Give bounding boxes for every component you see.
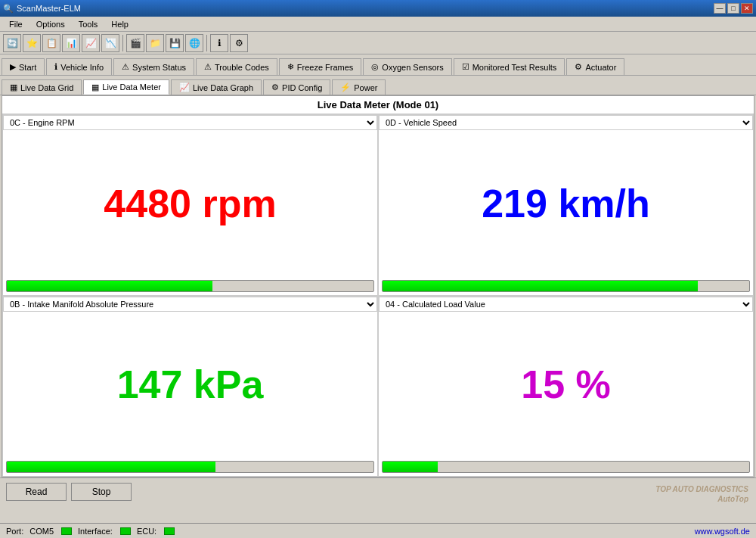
meters-grid: 0C - Engine RPM 4480 rpm 0D - Vehicle Sp… xyxy=(2,114,754,477)
port-value: COM5 xyxy=(29,527,54,536)
toolbar-btn-8[interactable]: 📁 xyxy=(146,34,164,52)
menu-bar: File Options Tools Help xyxy=(0,17,756,32)
tab-live-data-meter[interactable]: ▦ Live Data Meter xyxy=(83,79,169,95)
tab-bar-2: ▦ Live Data Grid ▦ Live Data Meter 📈 Liv… xyxy=(0,76,756,95)
toolbar-btn-4[interactable]: 📊 xyxy=(62,34,80,52)
port-label: Port: xyxy=(6,527,23,536)
meter-bar-area-load xyxy=(379,458,753,476)
tab-live-data-grid[interactable]: ▦ Live Data Grid xyxy=(2,79,82,95)
vehicle-info-icon: ℹ xyxy=(54,62,57,72)
toolbar-btn-6[interactable]: 📉 xyxy=(101,34,119,52)
meter-bar-area-pressure xyxy=(3,458,377,476)
tab-actuator[interactable]: ⚙ Actuator xyxy=(566,58,624,75)
toolbar-sep-1 xyxy=(122,35,123,51)
maximize-button[interactable]: □ xyxy=(727,3,739,14)
freeze-frames-icon: ❄ xyxy=(287,62,294,72)
graph-icon: 📈 xyxy=(179,82,190,92)
meter-bar-area-rpm xyxy=(3,277,377,295)
meter-value-pressure: 147 kPa xyxy=(117,362,264,407)
meter-value-area-load: 15 % xyxy=(379,312,753,459)
read-button[interactable]: Read xyxy=(6,483,67,501)
meter-bar-fill-rpm xyxy=(7,281,212,291)
actuator-icon: ⚙ xyxy=(575,62,582,72)
monitored-test-icon: ☑ xyxy=(462,62,469,72)
tab-live-data-graph[interactable]: 📈 Live Data Graph xyxy=(171,79,262,95)
tab-pid-config[interactable]: ⚙ PID Config xyxy=(263,79,330,95)
title-bar-left: 🔍 ScanMaster-ELM xyxy=(3,4,81,14)
app-icon: 🔍 xyxy=(3,4,14,14)
meter-value-load: 15 % xyxy=(521,362,611,407)
pid-config-icon: ⚙ xyxy=(271,82,279,92)
menu-help[interactable]: Help xyxy=(105,18,135,30)
status-bar: Port: COM5 Interface: ECU: www.wgsoft.de xyxy=(0,523,756,538)
tab-vehicle-info[interactable]: ℹ Vehicle Info xyxy=(46,58,112,75)
meter-value-area-pressure: 147 kPa xyxy=(3,312,377,459)
meter-icon: ▦ xyxy=(91,82,99,92)
grid-icon: ▦ xyxy=(10,82,17,92)
main-content: Live Data Meter (Mode 01) 0C - Engine RP… xyxy=(2,95,754,477)
tab-freeze-frames[interactable]: ❄ Freeze Frames xyxy=(279,58,362,75)
menu-options[interactable]: Options xyxy=(30,18,71,30)
tab-power[interactable]: ⚡ Power xyxy=(332,79,386,95)
title-bar-controls: — □ ✕ xyxy=(714,3,753,14)
ecu-indicator xyxy=(164,527,175,535)
stop-button[interactable]: Stop xyxy=(71,483,132,501)
menu-tools[interactable]: Tools xyxy=(73,18,104,30)
section-title: Live Data Meter (Mode 01) xyxy=(2,96,754,114)
watermark-line2: AutoTop xyxy=(655,494,748,504)
tab-start[interactable]: ▶ Start xyxy=(2,58,45,75)
ecu-label: ECU: xyxy=(137,527,156,536)
meter-bar-area-speed xyxy=(379,277,753,295)
toolbar-btn-5[interactable]: 📈 xyxy=(82,34,100,52)
website-link[interactable]: www.wgsoft.de xyxy=(695,527,750,536)
tab-trouble-codes[interactable]: ⚠ Trouble Codes xyxy=(196,58,277,75)
toolbar-btn-10[interactable]: 🌐 xyxy=(185,34,203,52)
meter-dropdown-pressure[interactable]: 0B - Intake Manifold Absolute Pressure xyxy=(3,297,377,312)
meter-cell-pressure: 0B - Intake Manifold Absolute Pressure 1… xyxy=(2,296,378,477)
meter-cell-rpm: 0C - Engine RPM 4480 rpm xyxy=(2,114,378,296)
title-bar: 🔍 ScanMaster-ELM — □ ✕ xyxy=(0,0,756,17)
oxygen-sensors-icon: ◎ xyxy=(371,62,379,72)
tab-bar-1: ▶ Start ℹ Vehicle Info ⚠ System Status ⚠… xyxy=(0,54,756,76)
toolbar-btn-12[interactable]: ⚙ xyxy=(230,34,248,52)
interface-label: Interface: xyxy=(78,527,113,536)
meter-value-rpm: 4480 rpm xyxy=(104,181,276,226)
interface-indicator xyxy=(120,527,131,535)
app-title: ScanMaster-ELM xyxy=(17,4,81,13)
toolbar-btn-3[interactable]: 📋 xyxy=(42,34,60,52)
meter-cell-load: 04 - Calculated Load Value 15 % xyxy=(378,296,754,477)
toolbar-btn-7[interactable]: 🎬 xyxy=(126,34,144,52)
meter-value-speed: 219 km/h xyxy=(482,181,650,226)
system-status-icon: ⚠ xyxy=(122,62,129,72)
toolbar-btn-1[interactable]: 🔄 xyxy=(3,34,21,52)
meter-dropdown-load[interactable]: 04 - Calculated Load Value xyxy=(379,297,753,312)
tab-oxygen-sensors[interactable]: ◎ Oxygen Sensors xyxy=(363,58,451,75)
tab-system-status[interactable]: ⚠ System Status xyxy=(113,58,194,75)
minimize-button[interactable]: — xyxy=(714,3,726,14)
meter-bar-bg-speed xyxy=(382,280,750,292)
toolbar-sep-2 xyxy=(206,35,207,51)
power-icon: ⚡ xyxy=(340,82,351,92)
watermark-line1: TOP AUTO DIAGNOSTICS xyxy=(655,484,748,494)
meter-value-area-speed: 219 km/h xyxy=(379,130,753,277)
meter-bar-bg-pressure xyxy=(6,461,374,473)
meter-bar-bg-rpm xyxy=(6,280,374,292)
tab-monitored-test[interactable]: ☑ Monitored Test Results xyxy=(454,58,565,75)
meter-cell-speed: 0D - Vehicle Speed 219 km/h xyxy=(378,114,754,296)
meter-dropdown-rpm[interactable]: 0C - Engine RPM xyxy=(3,115,377,130)
menu-file[interactable]: File xyxy=(3,18,29,30)
toolbar-btn-11[interactable]: ℹ xyxy=(210,34,228,52)
port-indicator xyxy=(61,527,72,535)
meter-bar-fill-pressure xyxy=(7,462,215,472)
buttons-area: Read Stop TOP AUTO DIAGNOSTICS AutoTop xyxy=(0,477,756,505)
toolbar-btn-9[interactable]: 💾 xyxy=(166,34,184,52)
meter-bar-fill-speed xyxy=(383,281,698,291)
close-button[interactable]: ✕ xyxy=(741,3,753,14)
start-icon: ▶ xyxy=(10,62,16,72)
toolbar: 🔄 ⭐ 📋 📊 📈 📉 🎬 📁 💾 🌐 ℹ ⚙ xyxy=(0,32,756,54)
trouble-codes-icon: ⚠ xyxy=(204,62,212,72)
meter-bar-fill-load xyxy=(383,462,438,472)
toolbar-btn-2[interactable]: ⭐ xyxy=(23,34,41,52)
meter-dropdown-speed[interactable]: 0D - Vehicle Speed xyxy=(379,115,753,130)
meter-bar-bg-load xyxy=(382,461,750,473)
